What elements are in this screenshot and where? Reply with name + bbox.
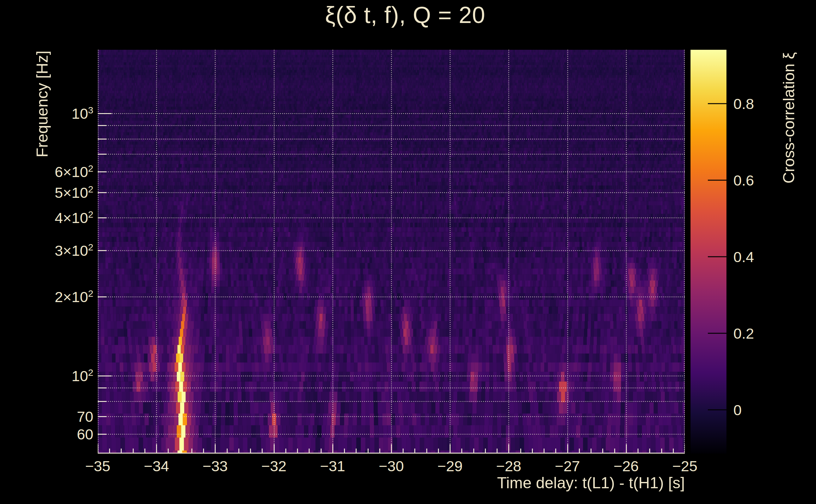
y-tick-exponent: 2 — [88, 163, 93, 174]
y-tick-label: 3×102 — [55, 242, 93, 259]
y-tick-label: 70 — [77, 408, 93, 425]
y-tick-exponent: 3 — [88, 105, 93, 115]
figure-canvas: { "chart_data": { "type": "heatmap", "ti… — [0, 0, 816, 504]
x-tick-label: −32 — [262, 458, 287, 474]
y-tick-label: 102 — [72, 367, 93, 384]
colorbar-tick-mark — [708, 256, 727, 257]
x-tick-label: −27 — [555, 458, 580, 474]
colorbar-tick-label: 0.4 — [733, 248, 754, 266]
colorbar-gradient — [691, 50, 727, 454]
y-tick-exponent: 2 — [88, 209, 93, 220]
colorbar-tick-label: 0.2 — [733, 325, 754, 342]
colorbar-title-text: Cross-correlation ξ — [780, 52, 798, 184]
x-tick-label: −25 — [672, 458, 698, 474]
y-tick-label: 2×102 — [55, 288, 93, 306]
colorbar-tick-mark — [708, 103, 727, 104]
x-tick-label: −30 — [379, 458, 404, 474]
x-tick-label: −29 — [437, 458, 463, 474]
y-tick-label: 60 — [77, 425, 93, 443]
y-axis-title-text: Frequency [Hz] — [33, 50, 51, 157]
y-tick-exponent: 2 — [88, 242, 93, 252]
x-tick-label: −26 — [614, 458, 639, 474]
colorbar-tick-mark — [708, 333, 727, 334]
y-tick-label: 5×102 — [55, 184, 93, 201]
x-tick-label: −28 — [496, 458, 521, 474]
y-tick-label: 4×102 — [55, 209, 93, 226]
chart-title: ξ(δ t, f), Q = 20 — [0, 2, 810, 28]
y-tick-exponent: 2 — [88, 288, 93, 299]
colorbar-tick-label: 0.6 — [733, 172, 754, 189]
y-tick-label: 6×102 — [55, 163, 93, 180]
colorbar-tick-label: 0.8 — [733, 95, 754, 112]
colorbar-tick-mark — [708, 409, 727, 410]
x-axis-title: Time delay: t(L1) - t(H1) [s] — [0, 474, 685, 491]
plot-area — [98, 50, 685, 454]
colorbar-tick-mark — [708, 180, 727, 181]
y-tick-exponent: 2 — [88, 184, 93, 194]
spectrogram-heatmap — [98, 50, 685, 454]
colorbar-tick-label: 0 — [733, 401, 742, 419]
x-tick-label: −34 — [144, 458, 169, 474]
y-tick-label: 103 — [72, 105, 93, 122]
x-tick-label: −31 — [320, 458, 345, 474]
x-tick-label: −35 — [85, 458, 110, 474]
y-tick-exponent: 2 — [88, 367, 93, 378]
x-tick-label: −33 — [203, 458, 228, 474]
